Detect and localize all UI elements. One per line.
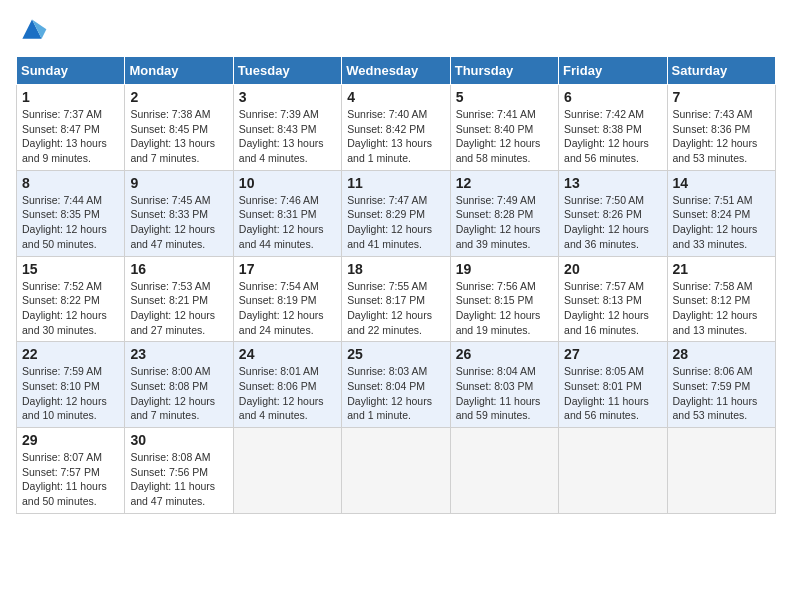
day-info: Sunrise: 8:05 AM Sunset: 8:01 PM Dayligh… bbox=[564, 364, 661, 423]
day-info: Sunrise: 7:41 AM Sunset: 8:40 PM Dayligh… bbox=[456, 107, 553, 166]
calendar-day-cell: 15 Sunrise: 7:52 AM Sunset: 8:22 PM Dayl… bbox=[17, 256, 125, 342]
sunrise-label: Sunrise: 8:01 AM bbox=[239, 365, 319, 377]
calendar-day-cell: 5 Sunrise: 7:41 AM Sunset: 8:40 PM Dayli… bbox=[450, 85, 558, 171]
day-number: 27 bbox=[564, 346, 661, 362]
daylight-label: Daylight: 13 hours and 9 minutes. bbox=[22, 137, 107, 164]
sunrise-label: Sunrise: 7:59 AM bbox=[22, 365, 102, 377]
day-number: 26 bbox=[456, 346, 553, 362]
sunrise-label: Sunrise: 7:50 AM bbox=[564, 194, 644, 206]
day-info: Sunrise: 7:44 AM Sunset: 8:35 PM Dayligh… bbox=[22, 193, 119, 252]
calendar-day-cell: 4 Sunrise: 7:40 AM Sunset: 8:42 PM Dayli… bbox=[342, 85, 450, 171]
sunset-label: Sunset: 8:22 PM bbox=[22, 294, 100, 306]
sunrise-label: Sunrise: 8:07 AM bbox=[22, 451, 102, 463]
day-info: Sunrise: 7:58 AM Sunset: 8:12 PM Dayligh… bbox=[673, 279, 770, 338]
sunrise-label: Sunrise: 7:38 AM bbox=[130, 108, 210, 120]
day-number: 21 bbox=[673, 261, 770, 277]
daylight-label: Daylight: 12 hours and 19 minutes. bbox=[456, 309, 541, 336]
day-number: 3 bbox=[239, 89, 336, 105]
sunrise-label: Sunrise: 7:37 AM bbox=[22, 108, 102, 120]
day-info: Sunrise: 7:54 AM Sunset: 8:19 PM Dayligh… bbox=[239, 279, 336, 338]
day-number: 22 bbox=[22, 346, 119, 362]
daylight-label: Daylight: 13 hours and 7 minutes. bbox=[130, 137, 215, 164]
sunset-label: Sunset: 8:03 PM bbox=[456, 380, 534, 392]
day-number: 5 bbox=[456, 89, 553, 105]
sunrise-label: Sunrise: 7:56 AM bbox=[456, 280, 536, 292]
day-number: 2 bbox=[130, 89, 227, 105]
sunrise-label: Sunrise: 7:39 AM bbox=[239, 108, 319, 120]
sunrise-label: Sunrise: 7:45 AM bbox=[130, 194, 210, 206]
day-number: 13 bbox=[564, 175, 661, 191]
sunset-label: Sunset: 8:28 PM bbox=[456, 208, 534, 220]
sunset-label: Sunset: 8:17 PM bbox=[347, 294, 425, 306]
sunset-label: Sunset: 8:19 PM bbox=[239, 294, 317, 306]
day-number: 17 bbox=[239, 261, 336, 277]
sunset-label: Sunset: 8:42 PM bbox=[347, 123, 425, 135]
daylight-label: Daylight: 12 hours and 1 minute. bbox=[347, 395, 432, 422]
day-info: Sunrise: 7:51 AM Sunset: 8:24 PM Dayligh… bbox=[673, 193, 770, 252]
calendar-day-cell: 1 Sunrise: 7:37 AM Sunset: 8:47 PM Dayli… bbox=[17, 85, 125, 171]
sunset-label: Sunset: 7:57 PM bbox=[22, 466, 100, 478]
day-number: 10 bbox=[239, 175, 336, 191]
sunset-label: Sunset: 8:10 PM bbox=[22, 380, 100, 392]
calendar-day-cell bbox=[233, 428, 341, 514]
day-number: 16 bbox=[130, 261, 227, 277]
sunrise-label: Sunrise: 7:55 AM bbox=[347, 280, 427, 292]
calendar-day-cell: 8 Sunrise: 7:44 AM Sunset: 8:35 PM Dayli… bbox=[17, 170, 125, 256]
calendar-day-cell: 18 Sunrise: 7:55 AM Sunset: 8:17 PM Dayl… bbox=[342, 256, 450, 342]
day-info: Sunrise: 7:45 AM Sunset: 8:33 PM Dayligh… bbox=[130, 193, 227, 252]
daylight-label: Daylight: 12 hours and 7 minutes. bbox=[130, 395, 215, 422]
day-number: 4 bbox=[347, 89, 444, 105]
day-number: 6 bbox=[564, 89, 661, 105]
calendar-header-row: SundayMondayTuesdayWednesdayThursdayFrid… bbox=[17, 57, 776, 85]
daylight-label: Daylight: 11 hours and 47 minutes. bbox=[130, 480, 215, 507]
day-info: Sunrise: 8:03 AM Sunset: 8:04 PM Dayligh… bbox=[347, 364, 444, 423]
day-number: 25 bbox=[347, 346, 444, 362]
day-info: Sunrise: 7:52 AM Sunset: 8:22 PM Dayligh… bbox=[22, 279, 119, 338]
day-number: 18 bbox=[347, 261, 444, 277]
sunset-label: Sunset: 8:04 PM bbox=[347, 380, 425, 392]
calendar-day-cell: 30 Sunrise: 8:08 AM Sunset: 7:56 PM Dayl… bbox=[125, 428, 233, 514]
sunrise-label: Sunrise: 7:44 AM bbox=[22, 194, 102, 206]
calendar-day-cell: 20 Sunrise: 7:57 AM Sunset: 8:13 PM Dayl… bbox=[559, 256, 667, 342]
sunset-label: Sunset: 8:24 PM bbox=[673, 208, 751, 220]
sunset-label: Sunset: 8:35 PM bbox=[22, 208, 100, 220]
sunset-label: Sunset: 8:36 PM bbox=[673, 123, 751, 135]
sunrise-label: Sunrise: 7:54 AM bbox=[239, 280, 319, 292]
calendar-day-cell: 10 Sunrise: 7:46 AM Sunset: 8:31 PM Dayl… bbox=[233, 170, 341, 256]
day-info: Sunrise: 8:01 AM Sunset: 8:06 PM Dayligh… bbox=[239, 364, 336, 423]
sunset-label: Sunset: 8:40 PM bbox=[456, 123, 534, 135]
sunrise-label: Sunrise: 8:05 AM bbox=[564, 365, 644, 377]
day-info: Sunrise: 7:39 AM Sunset: 8:43 PM Dayligh… bbox=[239, 107, 336, 166]
sunrise-label: Sunrise: 7:58 AM bbox=[673, 280, 753, 292]
day-number: 23 bbox=[130, 346, 227, 362]
sunset-label: Sunset: 8:21 PM bbox=[130, 294, 208, 306]
sunrise-label: Sunrise: 7:57 AM bbox=[564, 280, 644, 292]
page-header bbox=[16, 16, 776, 44]
daylight-label: Daylight: 13 hours and 1 minute. bbox=[347, 137, 432, 164]
daylight-label: Daylight: 12 hours and 27 minutes. bbox=[130, 309, 215, 336]
calendar-day-cell bbox=[559, 428, 667, 514]
calendar-day-cell: 21 Sunrise: 7:58 AM Sunset: 8:12 PM Dayl… bbox=[667, 256, 775, 342]
calendar-day-cell: 7 Sunrise: 7:43 AM Sunset: 8:36 PM Dayli… bbox=[667, 85, 775, 171]
sunrise-label: Sunrise: 7:42 AM bbox=[564, 108, 644, 120]
day-info: Sunrise: 7:56 AM Sunset: 8:15 PM Dayligh… bbox=[456, 279, 553, 338]
day-info: Sunrise: 7:46 AM Sunset: 8:31 PM Dayligh… bbox=[239, 193, 336, 252]
day-info: Sunrise: 8:07 AM Sunset: 7:57 PM Dayligh… bbox=[22, 450, 119, 509]
calendar-week-row: 1 Sunrise: 7:37 AM Sunset: 8:47 PM Dayli… bbox=[17, 85, 776, 171]
sunset-label: Sunset: 8:29 PM bbox=[347, 208, 425, 220]
day-info: Sunrise: 7:42 AM Sunset: 8:38 PM Dayligh… bbox=[564, 107, 661, 166]
calendar-header-saturday: Saturday bbox=[667, 57, 775, 85]
daylight-label: Daylight: 12 hours and 39 minutes. bbox=[456, 223, 541, 250]
daylight-label: Daylight: 12 hours and 10 minutes. bbox=[22, 395, 107, 422]
logo bbox=[16, 16, 52, 44]
day-info: Sunrise: 7:40 AM Sunset: 8:42 PM Dayligh… bbox=[347, 107, 444, 166]
day-info: Sunrise: 7:57 AM Sunset: 8:13 PM Dayligh… bbox=[564, 279, 661, 338]
calendar-day-cell: 3 Sunrise: 7:39 AM Sunset: 8:43 PM Dayli… bbox=[233, 85, 341, 171]
daylight-label: Daylight: 12 hours and 13 minutes. bbox=[673, 309, 758, 336]
day-number: 11 bbox=[347, 175, 444, 191]
daylight-label: Daylight: 11 hours and 59 minutes. bbox=[456, 395, 541, 422]
calendar-day-cell: 28 Sunrise: 8:06 AM Sunset: 7:59 PM Dayl… bbox=[667, 342, 775, 428]
calendar-day-cell: 19 Sunrise: 7:56 AM Sunset: 8:15 PM Dayl… bbox=[450, 256, 558, 342]
day-number: 30 bbox=[130, 432, 227, 448]
calendar-day-cell: 16 Sunrise: 7:53 AM Sunset: 8:21 PM Dayl… bbox=[125, 256, 233, 342]
